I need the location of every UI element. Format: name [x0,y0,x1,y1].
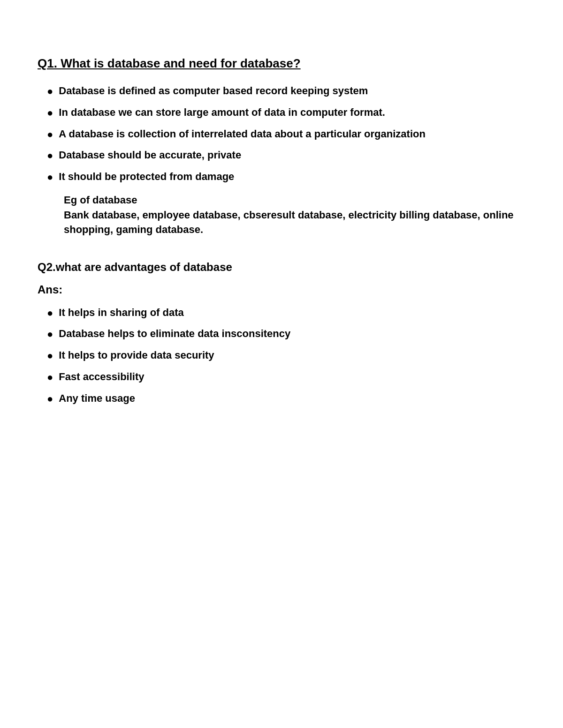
bullet-text: Database is defined as computer based re… [59,84,368,98]
ans-label: Ans: [38,283,525,296]
list-item: In database we can store large amount of… [47,105,525,120]
bullet-text: Fast accessibility [59,370,144,384]
q2-title: Q2.what are advantages of database [38,261,525,274]
list-item: Database is defined as computer based re… [47,84,525,99]
bullet-text: It helps to provide data security [59,348,214,363]
bullet-text: Database helps to eliminate data inscons… [59,327,290,341]
bullet-text: Any time usage [59,391,135,406]
eg-content: Bank database, employee database, cbsere… [64,208,525,237]
q1-title: Q1. What is database and need for databa… [38,56,525,71]
list-item: Any time usage [47,391,525,406]
q2-bullet-list: It helps in sharing of data Database hel… [38,306,525,406]
list-item: It helps in sharing of data [47,306,525,321]
list-item: It helps to provide data security [47,348,525,363]
bullet-text: It helps in sharing of data [59,306,183,320]
q1-bullet-list: Database is defined as computer based re… [38,84,525,185]
list-item: Fast accessibility [47,370,525,385]
list-item: A database is collection of interrelated… [47,127,525,142]
q1-section: Q1. What is database and need for databa… [38,56,525,237]
bullet-text: A database is collection of interrelated… [59,127,426,142]
bullet-text: It should be protected from damage [59,170,234,184]
list-item: Database should be accurate, private [47,148,525,163]
bullet-text: Database should be accurate, private [59,148,241,163]
list-item: Database helps to eliminate data inscons… [47,327,525,342]
list-item: It should be protected from damage [47,170,525,185]
eg-section: Eg of database Bank database, employee d… [38,194,525,237]
eg-title: Eg of database [64,194,525,206]
bullet-text: In database we can store large amount of… [59,105,385,120]
q2-section: Q2.what are advantages of database Ans: … [38,261,525,406]
